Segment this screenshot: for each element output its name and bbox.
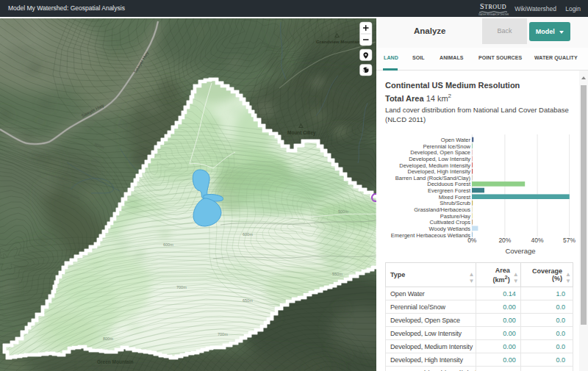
svg-text:800m: 800m xyxy=(103,336,113,341)
svg-text:500m: 500m xyxy=(338,209,348,214)
svg-text:Grandview Mountain: Grandview Mountain xyxy=(316,39,361,44)
svg-text:Woody Wetlands: Woody Wetlands xyxy=(429,226,471,232)
svg-text:Green Mountain: Green Mountain xyxy=(97,359,134,364)
svg-text:0%: 0% xyxy=(467,237,477,244)
svg-text:40%: 40% xyxy=(531,237,544,244)
svg-text:Perennial Ice/Snow: Perennial Ice/Snow xyxy=(423,143,470,150)
svg-text:Mount Cilley: Mount Cilley xyxy=(287,130,316,136)
svg-text:Grassland/Herbaceous: Grassland/Herbaceous xyxy=(414,206,470,213)
svg-text:600m: 600m xyxy=(243,232,253,237)
svg-text:700m: 700m xyxy=(176,285,187,289)
svg-text:650m: 650m xyxy=(243,298,253,303)
svg-text:Developed, Medium Intensity: Developed, Medium Intensity xyxy=(399,162,470,169)
svg-text:550m: 550m xyxy=(332,272,343,276)
svg-text:600m: 600m xyxy=(163,242,173,247)
svg-text:Emergent Herbaceous Wetlands: Emergent Herbaceous Wetlands xyxy=(391,232,471,239)
svg-text:20%: 20% xyxy=(498,237,511,244)
svg-text:57%: 57% xyxy=(563,237,576,244)
svg-text:700m: 700m xyxy=(218,332,228,336)
svg-text:Coverage: Coverage xyxy=(505,247,535,255)
svg-text:Evergreen Forest: Evergreen Forest xyxy=(428,187,471,194)
